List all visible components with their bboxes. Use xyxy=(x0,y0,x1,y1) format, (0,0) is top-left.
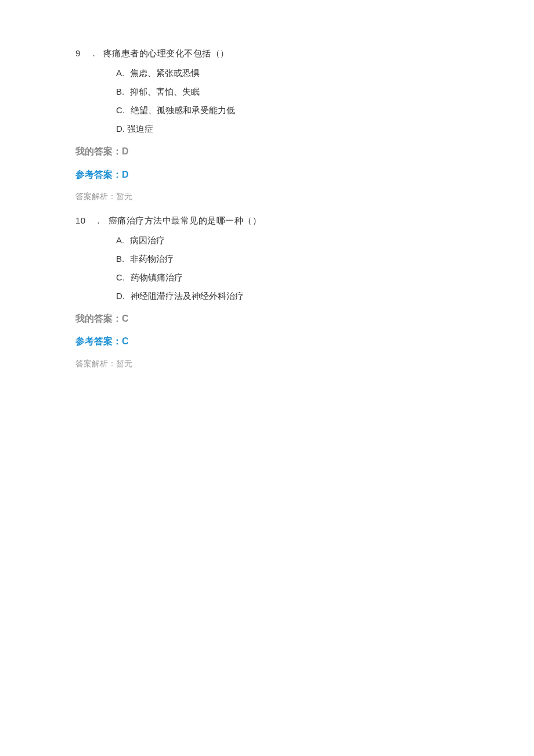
quiz-container: 9 ． 疼痛患者的心理变化不包括（） A. 焦虑、紧张或恐惧 B. 抑郁、害怕、… xyxy=(75,46,459,370)
question-number: 9 xyxy=(75,48,81,58)
question-text: 疼痛患者的心理变化不包括（） xyxy=(103,48,229,58)
my-answer-label: 我的答案： xyxy=(75,314,122,323)
options-list: A. 焦虑、紧张或恐惧 B. 抑郁、害怕、失眠 C. 绝望、孤独感和承受能力低 … xyxy=(116,66,459,136)
question-dot: ． xyxy=(89,48,99,58)
option-text: 焦虑、紧张或恐惧 xyxy=(130,68,200,78)
analysis-text: 暂无 xyxy=(116,359,132,368)
option-text: 非药物治疗 xyxy=(130,254,174,264)
ref-answer: 参考答案：C xyxy=(75,334,459,349)
option-letter: C. xyxy=(116,272,125,282)
ref-answer-label: 参考答案： xyxy=(75,336,122,346)
option-letter: C. xyxy=(116,105,125,115)
question-block: 9 ． 疼痛患者的心理变化不包括（） A. 焦虑、紧张或恐惧 B. 抑郁、害怕、… xyxy=(75,46,459,203)
option-c: C. 绝望、孤独感和承受能力低 xyxy=(116,103,459,117)
my-answer-label: 我的答案： xyxy=(75,146,122,156)
ref-answer-value: C xyxy=(122,336,129,346)
option-letter: A. xyxy=(116,235,124,245)
option-text: 抑郁、害怕、失眠 xyxy=(130,87,200,96)
question-stem: 10 ． 癌痛治疗方法中最常见的是哪一种（） xyxy=(75,214,459,228)
option-letter: B. xyxy=(116,87,124,96)
option-text: 绝望、孤独感和承受能力低 xyxy=(131,105,235,115)
option-c: C. 药物镇痛治疗 xyxy=(116,271,459,285)
my-answer-value: C xyxy=(122,314,129,323)
my-answer-value: D xyxy=(122,146,129,156)
option-letter: A. xyxy=(116,68,124,78)
option-text: 药物镇痛治疗 xyxy=(131,272,183,282)
option-letter: D. xyxy=(116,291,125,301)
option-letter: D. xyxy=(116,124,125,134)
question-dot: ． xyxy=(94,215,103,225)
options-list: A. 病因治疗 B. 非药物治疗 C. 药物镇痛治疗 D. 神经阻滞疗法及神经外… xyxy=(116,233,459,303)
option-text: 病因治疗 xyxy=(130,235,165,245)
option-b: B. 非药物治疗 xyxy=(116,252,459,266)
option-d: D. 强迫症 xyxy=(116,122,459,136)
question-block: 10 ． 癌痛治疗方法中最常见的是哪一种（） A. 病因治疗 B. 非药物治疗 … xyxy=(75,214,459,370)
ref-answer: 参考答案：D xyxy=(75,167,459,182)
option-text: 神经阻滞疗法及神经外科治疗 xyxy=(131,291,244,301)
analysis-label: 答案解析： xyxy=(75,359,116,368)
my-answer: 我的答案：D xyxy=(75,144,459,159)
option-text: 强迫症 xyxy=(127,124,153,134)
answer-analysis: 答案解析：暂无 xyxy=(75,357,459,370)
option-a: A. 病因治疗 xyxy=(116,233,459,247)
answer-analysis: 答案解析：暂无 xyxy=(75,190,459,203)
analysis-label: 答案解析： xyxy=(75,192,116,201)
option-a: A. 焦虑、紧张或恐惧 xyxy=(116,66,459,80)
analysis-text: 暂无 xyxy=(116,192,132,201)
my-answer: 我的答案：C xyxy=(75,311,459,326)
question-stem: 9 ． 疼痛患者的心理变化不包括（） xyxy=(75,46,459,60)
option-d: D. 神经阻滞疗法及神经外科治疗 xyxy=(116,289,459,303)
question-number: 10 xyxy=(75,215,86,225)
question-text: 癌痛治疗方法中最常见的是哪一种（） xyxy=(109,215,262,225)
option-b: B. 抑郁、害怕、失眠 xyxy=(116,85,459,99)
option-letter: B. xyxy=(116,254,124,264)
ref-answer-label: 参考答案： xyxy=(75,170,122,179)
ref-answer-value: D xyxy=(122,170,129,179)
